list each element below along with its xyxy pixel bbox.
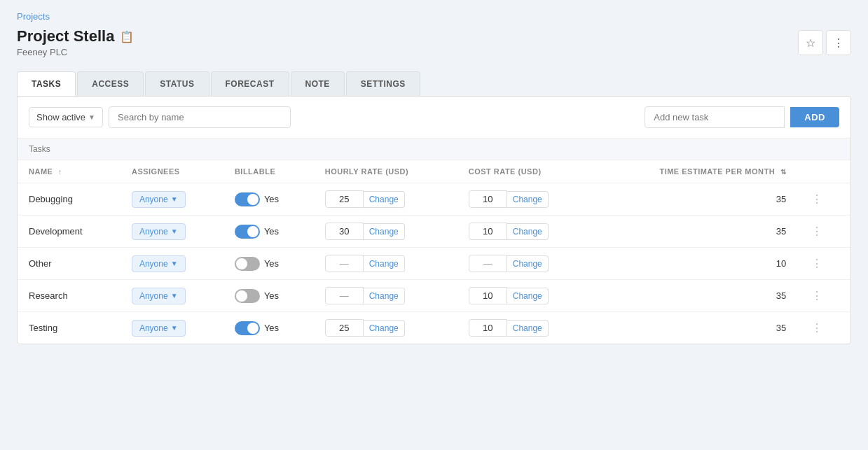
task-hourly-rate: Change	[314, 216, 457, 248]
row-menu-button[interactable]: ⋮	[808, 223, 825, 240]
assignees-button[interactable]: Anyone ▼	[132, 255, 186, 272]
task-assignees: Anyone ▼	[120, 280, 223, 312]
table-row: DebuggingAnyone ▼ Yes Change Change 35⋮	[18, 183, 850, 216]
task-cost-rate: Change	[457, 183, 596, 216]
cost-rate-cell: Change	[469, 255, 585, 272]
task-assignees: Anyone ▼	[120, 312, 223, 344]
search-input[interactable]	[109, 106, 291, 128]
copy-icon[interactable]: 📋	[120, 30, 134, 43]
cost-rate-change-button[interactable]: Change	[507, 320, 549, 337]
billable-label: Yes	[264, 323, 279, 333]
cost-rate-cell: Change	[469, 190, 585, 208]
cost-rate-input[interactable]	[469, 319, 507, 337]
section-header: Tasks	[18, 139, 850, 160]
task-name: Debugging	[18, 183, 120, 216]
hourly-rate-input[interactable]	[325, 287, 364, 304]
table-header: NAME ↑ ASSIGNEES BILLABLE HOURLY RATE (U…	[18, 160, 850, 183]
row-menu-button[interactable]: ⋮	[808, 288, 825, 304]
tab-tasks[interactable]: TASKS	[17, 71, 76, 96]
tabs-bar: TASKS ACCESS STATUS FORECAST NOTE SETTIN…	[17, 71, 851, 96]
time-estimate-value: 35	[776, 194, 786, 204]
cost-rate-cell: Change	[469, 287, 585, 304]
main-card: Show active ▼ ADD Tasks NAME ↑ ASSIGNEES	[17, 96, 851, 344]
cost-rate-input[interactable]	[469, 255, 507, 272]
hourly-rate-input[interactable]	[325, 319, 364, 337]
show-active-button[interactable]: Show active ▼	[29, 107, 103, 127]
toggle-knob	[236, 290, 247, 302]
tab-access[interactable]: ACCESS	[77, 71, 144, 96]
time-estimate-value: 10	[776, 258, 786, 269]
col-name[interactable]: NAME ↑	[18, 160, 120, 183]
cost-rate-input[interactable]	[469, 190, 507, 208]
task-cost-rate: Change	[457, 216, 596, 248]
time-estimate-value: 35	[776, 226, 786, 237]
tab-note[interactable]: NOTE	[291, 71, 345, 96]
hourly-rate-cell: Change	[325, 223, 446, 240]
hourly-rate-input[interactable]	[325, 223, 364, 240]
assignees-button[interactable]: Anyone ▼	[132, 223, 186, 240]
billable-toggle[interactable]	[235, 225, 260, 239]
time-estimate-value: 35	[776, 290, 786, 301]
star-button[interactable]: ☆	[798, 30, 823, 55]
task-billable: Yes	[223, 183, 314, 216]
hourly-rate-cell: Change	[325, 190, 446, 208]
billable-toggle[interactable]	[235, 289, 260, 303]
hourly-rate-change-button[interactable]: Change	[364, 191, 405, 208]
add-task-input[interactable]	[645, 106, 785, 128]
hourly-rate-cell: Change	[325, 287, 446, 304]
col-time-estimate[interactable]: TIME ESTIMATE PER MONTH ⇅	[595, 160, 797, 183]
col-assignees: ASSIGNEES	[120, 160, 223, 183]
task-billable: Yes	[223, 312, 314, 344]
sort-name-icon: ↑	[58, 168, 62, 176]
cost-rate-input[interactable]	[469, 223, 507, 240]
task-hourly-rate: Change	[314, 183, 457, 216]
section-label: Tasks	[29, 144, 50, 154]
billable-label: Yes	[264, 258, 279, 269]
assignees-button[interactable]: Anyone ▼	[132, 288, 186, 304]
billable-toggle[interactable]	[235, 321, 260, 335]
row-menu-button[interactable]: ⋮	[808, 255, 825, 272]
billable-label: Yes	[264, 226, 279, 237]
task-name: Development	[18, 216, 120, 248]
hourly-rate-input[interactable]	[325, 190, 364, 208]
hourly-rate-change-button[interactable]: Change	[364, 255, 405, 272]
billable-label: Yes	[264, 194, 279, 204]
cost-rate-input[interactable]	[469, 287, 507, 304]
more-options-button[interactable]: ⋮	[826, 30, 851, 55]
task-row-menu: ⋮	[797, 216, 850, 248]
breadcrumb[interactable]: Projects	[17, 11, 851, 22]
billable-toggle[interactable]	[235, 257, 260, 271]
toggle-knob	[247, 323, 259, 334]
billable-toggle-wrap: Yes	[235, 257, 303, 271]
table-row: TestingAnyone ▼ Yes Change Change 35⋮	[18, 312, 850, 344]
cost-rate-change-button[interactable]: Change	[507, 223, 549, 240]
cost-rate-change-button[interactable]: Change	[507, 191, 549, 208]
hourly-rate-change-button[interactable]: Change	[364, 223, 405, 240]
hourly-rate-change-button[interactable]: Change	[364, 288, 405, 304]
col-hourly-rate: HOURLY RATE (USD)	[314, 160, 457, 183]
toggle-knob	[247, 226, 259, 237]
assignees-chevron-icon: ▼	[171, 324, 178, 332]
cost-rate-change-button[interactable]: Change	[507, 255, 549, 272]
hourly-rate-input[interactable]	[325, 255, 364, 272]
tab-forecast[interactable]: FORECAST	[211, 71, 289, 96]
header-actions: ☆ ⋮	[798, 30, 851, 55]
toolbar: Show active ▼ ADD	[18, 97, 850, 139]
billable-toggle[interactable]	[235, 192, 260, 206]
table-row: ResearchAnyone ▼ Yes Change Change 35⋮	[18, 280, 850, 312]
task-billable: Yes	[223, 216, 314, 248]
tab-settings[interactable]: SETTINGS	[346, 71, 420, 96]
toggle-knob	[247, 194, 259, 205]
task-row-menu: ⋮	[797, 312, 850, 344]
assignees-button[interactable]: Anyone ▼	[132, 191, 186, 208]
tab-status[interactable]: STATUS	[145, 71, 209, 96]
project-title: Project Stella 📋	[17, 27, 134, 45]
tasks-list: DebuggingAnyone ▼ Yes Change Change 35⋮D…	[18, 183, 850, 344]
row-menu-button[interactable]: ⋮	[808, 320, 825, 337]
add-button[interactable]: ADD	[790, 107, 839, 127]
cost-rate-change-button[interactable]: Change	[507, 288, 549, 304]
hourly-rate-change-button[interactable]: Change	[364, 320, 405, 337]
project-header: Project Stella 📋 Feeney PLC ☆ ⋮	[17, 27, 851, 57]
assignees-button[interactable]: Anyone ▼	[132, 320, 186, 337]
row-menu-button[interactable]: ⋮	[808, 191, 825, 208]
